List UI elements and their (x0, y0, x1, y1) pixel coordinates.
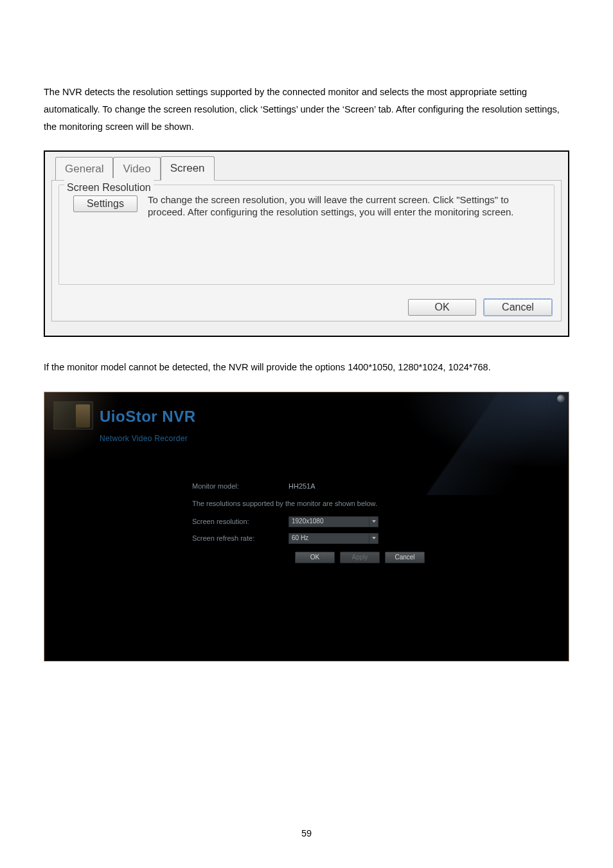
screen-resolution-value: 1920x1080 (292, 516, 324, 528)
thumbnail-preview (53, 401, 93, 429)
apply-button[interactable]: Apply (340, 552, 380, 563)
brand-title: UioStor NVR (100, 402, 196, 431)
chevron-down-icon (369, 517, 378, 527)
monitor-model-label: Monitor model: (192, 480, 289, 493)
cancel-button[interactable]: Cancel (484, 299, 552, 316)
resolution-note: The resolutions supported by the monitor… (192, 497, 425, 510)
screen-settings-dialog: General Video Screen Screen Resolution S… (44, 150, 569, 337)
screen-resolution-label: Screen resolution: (192, 515, 289, 528)
tab-strip: General Video Screen (55, 156, 562, 179)
groupbox-description: To change the screen resolution, you wil… (148, 194, 546, 219)
paragraph-2: If the monitor model cannot be detected,… (44, 359, 569, 376)
cancel-button[interactable]: Cancel (385, 552, 425, 563)
paragraph-1: The NVR detects the resolution settings … (44, 84, 569, 135)
page-number: 59 (0, 825, 613, 842)
resolution-panel: Monitor model: HH251A The resolutions su… (192, 480, 425, 557)
tab-video[interactable]: Video (113, 157, 160, 180)
monitor-model-value: HH251A (289, 480, 315, 493)
groupbox-title: Screen Resolution (64, 178, 154, 197)
ok-button[interactable]: OK (408, 299, 476, 316)
settings-button[interactable]: Settings (73, 195, 138, 212)
groupbox-screen-resolution: Screen Resolution Settings To change the… (58, 185, 555, 285)
tab-general[interactable]: General (55, 157, 113, 180)
resolution-config-screen: UioStor NVR Network Video Recorder Monit… (44, 392, 569, 662)
brand-subtitle: Network Video Recorder (100, 431, 196, 446)
screen-refresh-label: Screen refresh rate: (192, 532, 289, 545)
screen-resolution-select[interactable]: 1920x1080 (289, 516, 378, 527)
tab-panel-screen: Screen Resolution Settings To change the… (51, 180, 562, 321)
brand-block: UioStor NVR Network Video Recorder (100, 402, 196, 446)
screen-refresh-select[interactable]: 60 Hz (289, 533, 378, 544)
ok-button[interactable]: OK (295, 552, 335, 563)
tab-screen[interactable]: Screen (161, 156, 215, 180)
chevron-down-icon (369, 534, 378, 543)
screen-refresh-value: 60 Hz (292, 532, 308, 545)
